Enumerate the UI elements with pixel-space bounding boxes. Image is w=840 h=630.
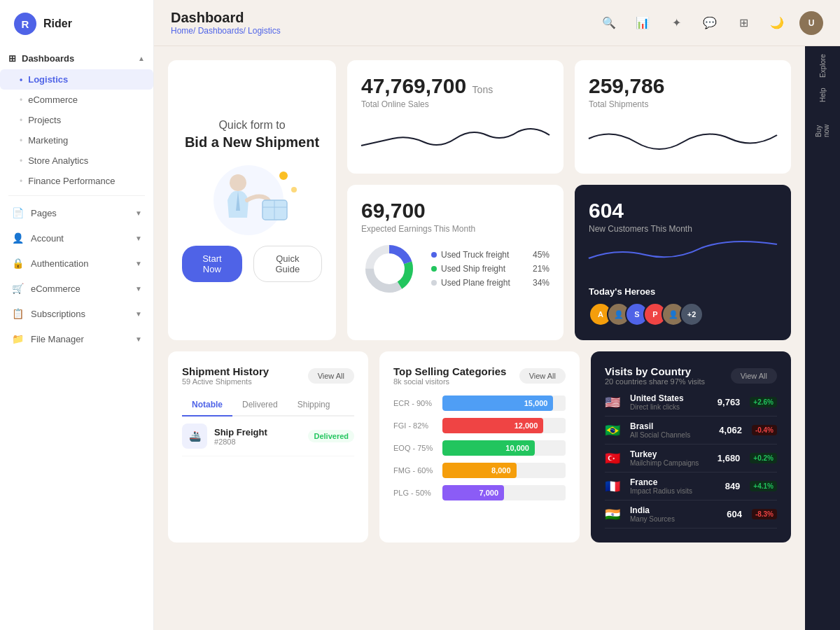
bid-title: Quick form to xyxy=(218,119,285,132)
earnings-donut xyxy=(361,241,417,297)
tab-shipping[interactable]: Shipping xyxy=(288,394,340,415)
legend-plane: Used Plane freight 34% xyxy=(431,278,550,288)
ship-name: Ship Freight xyxy=(214,427,301,438)
country-brasil: 🇧🇷 Brasil All Social Channels 4,062 -0.4… xyxy=(605,416,777,444)
svg-point-5 xyxy=(279,172,288,180)
us-flag: 🇺🇸 xyxy=(605,395,623,410)
app-name: Rider xyxy=(43,18,72,30)
tab-notable[interactable]: Notable xyxy=(182,394,232,416)
legend-ship: Used Ship freight 21% xyxy=(431,264,550,274)
shipment-title: Shipment History xyxy=(182,365,269,377)
bid-illustration xyxy=(192,162,312,246)
earnings-value: 69,700 xyxy=(361,199,550,223)
shipment-tabs: Notable Delivered Shipping xyxy=(182,394,354,416)
sidebar-item-file-manager[interactable]: 📁 File Manager ▼ xyxy=(0,326,153,351)
turkey-change: +0.2% xyxy=(750,453,777,463)
start-now-button[interactable]: Start Now xyxy=(182,246,242,282)
explore-button[interactable]: Explore xyxy=(810,53,835,78)
country-list: 🇺🇸 United States Direct link clicks 9,76… xyxy=(605,388,777,528)
turkey-flag: 🇹🇷 xyxy=(605,451,623,466)
france-flag: 🇫🇷 xyxy=(605,479,623,494)
dashboards-chevron-icon: ▲ xyxy=(138,55,145,62)
customers-chart xyxy=(589,234,777,272)
truck-dot xyxy=(431,252,437,258)
selling-view-all-button[interactable]: View All xyxy=(519,368,566,384)
us-change: +2.6% xyxy=(750,397,777,407)
sidebar-item-pages[interactable]: 📄 Pages ▼ xyxy=(0,200,153,225)
sidebar-item-marketing[interactable]: Marketing xyxy=(0,130,153,150)
dashboards-grid-icon: ⊞ xyxy=(8,53,16,64)
page-title: Dashboard xyxy=(171,10,281,26)
buy-now-button[interactable]: Buy now xyxy=(810,112,835,137)
dashboards-group[interactable]: ⊞ Dashboards ▲ xyxy=(0,48,153,69)
account-chevron-icon: ▼ xyxy=(135,234,142,242)
main-content: Dashboard Home/ Dashboards/ Logistics 🔍 … xyxy=(154,0,840,630)
ship-status: Delivered xyxy=(308,430,354,442)
sidebar-item-projects[interactable]: Projects xyxy=(0,110,153,130)
chart-icon[interactable]: 📊 xyxy=(631,12,654,34)
quick-guide-button[interactable]: Quick Guide xyxy=(253,246,322,282)
theme-icon[interactable]: 🌙 xyxy=(766,12,788,34)
grid-icon[interactable]: ⊞ xyxy=(732,12,755,34)
sidebar-item-subscriptions[interactable]: 📋 Subscriptions ▼ xyxy=(0,301,153,326)
country-subtitle: 20 countries share 97% visits xyxy=(605,377,705,386)
shipment-subtitle: 59 Active Shipments xyxy=(182,377,269,386)
top-selling-card: Top Selling Categories 8k social visitor… xyxy=(379,351,580,542)
sidebar-item-finance[interactable]: Finance Performance xyxy=(0,171,153,191)
new-customers-card: 604 New Customers This Month Today's Her… xyxy=(575,185,791,340)
shipment-history-card: Shipment History 59 Active Shipments Vie… xyxy=(168,351,368,542)
account-icon: 👤 xyxy=(11,232,24,244)
sidebar-item-authentication[interactable]: 🔒 Authentication ▼ xyxy=(0,251,153,276)
sidebar-item-store-analytics[interactable]: Store Analytics xyxy=(0,150,153,171)
sidebar-item-logistics[interactable]: Logistics xyxy=(0,69,153,90)
file-manager-icon: 📁 xyxy=(11,332,24,345)
pages-chevron-icon: ▼ xyxy=(135,209,142,217)
selling-subtitle: 8k social visitors xyxy=(393,377,506,386)
visits-by-country-card: Visits by Country 20 countries share 97%… xyxy=(591,351,791,542)
bar-fill-plg: 7,000 xyxy=(442,485,504,500)
topbar: Dashboard Home/ Dashboards/ Logistics 🔍 … xyxy=(154,0,840,46)
settings-icon[interactable]: ✦ xyxy=(665,12,687,34)
bar-fill-ecr: 15,000 xyxy=(442,396,553,411)
sidebar-item-ecommerce[interactable]: eCommerce xyxy=(0,90,153,110)
plane-dot xyxy=(431,280,437,286)
heroes-avatars: A 👤 S P 👤 +2 xyxy=(589,302,777,326)
app-logo[interactable]: R Rider xyxy=(0,0,153,48)
bar-fgi: FGI - 82% 12,000 xyxy=(393,418,566,433)
shipment-row: 🚢 Ship Freight #2808 Delivered xyxy=(182,416,354,456)
country-turkey: 🇹🇷 Turkey Mailchimp Campaigns 1,680 +0.2… xyxy=(605,444,777,472)
right-panel: Explore Help Buy now xyxy=(805,46,840,630)
bar-eoq: EOQ - 75% 10,000 xyxy=(393,440,566,456)
country-india: 🇮🇳 India Many Sources 604 -8.3% xyxy=(605,500,777,528)
help-button[interactable]: Help xyxy=(810,83,835,108)
logo-icon: R xyxy=(14,13,36,35)
india-flag: 🇮🇳 xyxy=(605,507,623,522)
bottom-row: Shipment History 59 Active Shipments Vie… xyxy=(168,351,791,542)
bar-fill-fgi: 12,000 xyxy=(442,418,543,433)
user-avatar[interactable]: U xyxy=(799,11,823,35)
selling-title: Top Selling Categories xyxy=(393,365,506,377)
tab-delivered[interactable]: Delivered xyxy=(232,394,288,415)
new-customers-value: 604 xyxy=(589,199,777,223)
india-change: -8.3% xyxy=(752,509,777,519)
search-icon[interactable]: 🔍 xyxy=(598,12,620,34)
subscriptions-chevron-icon: ▼ xyxy=(135,310,142,318)
breadcrumb-current: Logistics xyxy=(248,26,281,36)
country-france: 🇫🇷 France Impact Radius visits 849 +4.1% xyxy=(605,472,777,500)
chat-icon[interactable]: 💬 xyxy=(699,12,721,34)
ship-dot xyxy=(431,266,437,272)
country-view-all-button[interactable]: View All xyxy=(731,368,777,384)
sales-chart xyxy=(361,118,550,160)
ecommerce-chevron-icon: ▼ xyxy=(135,285,142,293)
sidebar-item-account[interactable]: 👤 Account ▼ xyxy=(0,225,153,251)
content-area: Quick form to Bid a New Shipment xyxy=(154,46,840,630)
sidebar-item-ecommerce-pages[interactable]: 🛒 eCommerce ▼ xyxy=(0,276,153,301)
country-title: Visits by Country xyxy=(605,365,705,377)
avatar-more: +2 xyxy=(680,302,704,326)
shipment-view-all-button[interactable]: View All xyxy=(308,368,354,384)
top-cards-row: Quick form to Bid a New Shipment xyxy=(168,60,791,340)
earnings-label: Expected Earnings This Month xyxy=(361,224,550,234)
svg-point-6 xyxy=(291,187,297,192)
bar-ecr: ECR - 90% 15,000 xyxy=(393,396,566,411)
breadcrumb: Home/ Dashboards/ Logistics xyxy=(171,26,281,36)
